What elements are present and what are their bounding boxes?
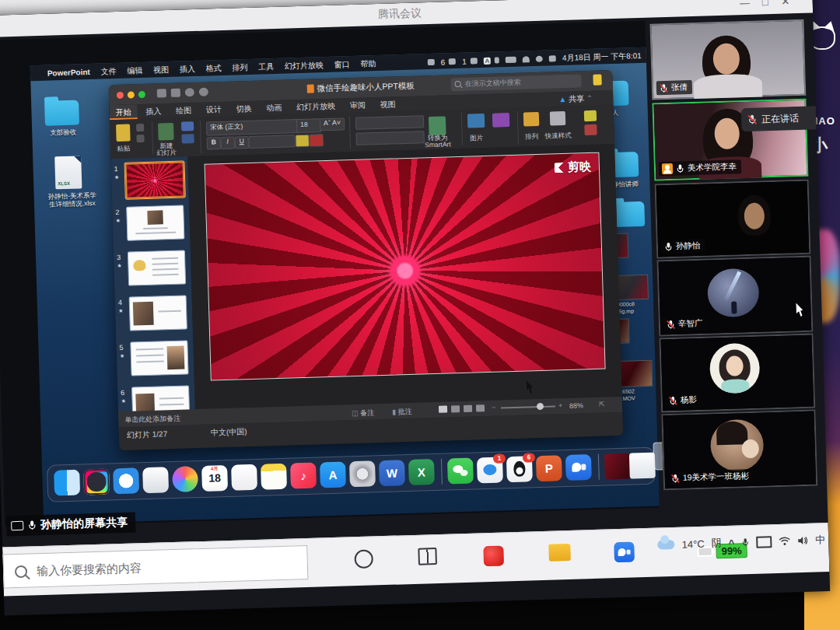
- wifi-icon[interactable]: [779, 537, 790, 546]
- zoom-in-button[interactable]: +: [558, 401, 563, 409]
- powerpoint-icon[interactable]: P: [536, 455, 562, 481]
- settings-icon[interactable]: [349, 460, 376, 487]
- photos-icon[interactable]: [172, 466, 198, 492]
- menu-window[interactable]: 窗口: [334, 59, 349, 71]
- normal-view-button[interactable]: [439, 406, 447, 413]
- tray-expand-icon[interactable]: ^: [728, 537, 734, 548]
- desktop-xlsx-file[interactable]: XLSX 孙静怡-美术系学 生详细情况.xlsx: [44, 156, 98, 157]
- participant-tile[interactable]: 辛智广: [656, 256, 813, 337]
- control-center-icon[interactable]: [549, 55, 556, 61]
- font-size-select[interactable]: 18: [296, 118, 322, 133]
- taskbar-search-box[interactable]: 输入你要搜索的内容: [2, 545, 308, 589]
- menu-file[interactable]: 文件: [100, 66, 116, 78]
- notes-button[interactable]: ◫ 备注: [352, 408, 374, 418]
- tencent-meeting-taskbar-icon[interactable]: [614, 542, 635, 563]
- maximize-button[interactable]: □: [758, 0, 772, 8]
- italic-button[interactable]: I: [221, 137, 235, 150]
- file-explorer-icon[interactable]: [548, 544, 571, 562]
- slide-thumbnail-3[interactable]: [128, 250, 186, 285]
- launchpad-icon[interactable]: [83, 469, 110, 495]
- font-name-select[interactable]: 宋体 (正文): [206, 119, 299, 136]
- menubar-app-name[interactable]: PowerPoint: [47, 68, 90, 78]
- music-icon[interactable]: ♪: [290, 463, 317, 489]
- tab-design[interactable]: 设计: [200, 102, 228, 116]
- arrange-icon[interactable]: [523, 112, 540, 127]
- notification-icon[interactable]: [428, 59, 435, 65]
- wechat-menubar-icon[interactable]: [471, 58, 478, 64]
- fit-slide-icon[interactable]: ⇱: [599, 401, 605, 408]
- menu-edit[interactable]: 编辑: [127, 65, 142, 77]
- files-stack-icon[interactable]: [629, 453, 656, 479]
- new-slide-icon[interactable]: [158, 123, 174, 141]
- slide-thumbnail-1[interactable]: [124, 161, 184, 198]
- word-icon[interactable]: W: [379, 460, 405, 486]
- weather-temp[interactable]: 14°C: [681, 537, 704, 550]
- reminders-icon[interactable]: [231, 464, 257, 491]
- weather-condition[interactable]: 阴: [711, 536, 722, 550]
- chat-icon[interactable]: [449, 58, 456, 65]
- wechat-icon[interactable]: [447, 458, 474, 485]
- menu-slideshow[interactable]: 幻灯片放映: [285, 60, 324, 72]
- speaker-icon[interactable]: [797, 536, 808, 545]
- weather-icon[interactable]: [658, 540, 675, 550]
- section-icon[interactable]: [181, 134, 194, 143]
- tab-insert[interactable]: 插入: [139, 103, 167, 117]
- excel-icon[interactable]: X: [408, 459, 435, 485]
- menu-insert[interactable]: 插入: [180, 64, 195, 75]
- ime-indicator[interactable]: 中: [815, 533, 826, 547]
- media-icon[interactable]: [492, 113, 510, 128]
- tab-animations[interactable]: 动画: [260, 100, 288, 114]
- task-view-icon[interactable]: [418, 548, 437, 565]
- slide-thumbnail-5[interactable]: [130, 340, 188, 376]
- red-app-icon[interactable]: [483, 546, 504, 567]
- notes-placeholder[interactable]: 单击此处添加备注: [124, 414, 180, 425]
- ppt-share-button[interactable]: ▲ 共享 ⌃: [558, 93, 593, 105]
- picture-icon[interactable]: [467, 114, 485, 128]
- spotlight-icon[interactable]: [536, 56, 543, 62]
- zoom-slider-knob[interactable]: [537, 403, 544, 410]
- participant-tile[interactable]: 杨影: [659, 334, 815, 413]
- comments-button[interactable]: ▮ 批注: [392, 407, 412, 418]
- shape-fill-icon[interactable]: [584, 110, 597, 121]
- safari-icon[interactable]: [113, 467, 139, 494]
- desktop-folder[interactable]: 支部验收: [40, 95, 84, 96]
- wifi-icon[interactable]: [523, 56, 530, 62]
- tab-transitions[interactable]: 切换: [229, 101, 257, 115]
- battery-icon[interactable]: [506, 57, 516, 63]
- appstore-icon[interactable]: A: [320, 461, 346, 488]
- qq-chat-icon[interactable]: 1: [477, 457, 503, 483]
- underline-button[interactable]: U: [235, 136, 249, 149]
- current-slide[interactable]: 剪映: [205, 152, 606, 381]
- slide-thumbnail-4[interactable]: [129, 295, 187, 331]
- quick-styles-icon[interactable]: [550, 111, 566, 126]
- slide-sorter-view-button[interactable]: [451, 405, 460, 412]
- sidebar-toggle-icon[interactable]: [593, 75, 601, 86]
- bluetooth-icon[interactable]: [495, 57, 499, 63]
- close-button[interactable]: ✕: [778, 0, 792, 8]
- bold-button[interactable]: B: [207, 137, 221, 150]
- tab-slideshow[interactable]: 幻灯片放映: [290, 98, 341, 113]
- tab-view[interactable]: 视图: [373, 96, 401, 110]
- weather-app-icon[interactable]: [142, 467, 169, 493]
- reading-view-button[interactable]: [464, 405, 472, 412]
- font-color-button[interactable]: [309, 134, 323, 147]
- menu-view[interactable]: 视图: [153, 65, 169, 76]
- calendar-icon[interactable]: 4月18: [201, 465, 228, 492]
- tray-mic-icon[interactable]: [741, 537, 749, 548]
- language-status[interactable]: 中文(中国): [211, 426, 247, 438]
- tab-review[interactable]: 审阅: [344, 97, 372, 111]
- menubar-datetime[interactable]: 4月18日 周一 下午8:01: [562, 51, 642, 64]
- input-method-icon[interactable]: A: [484, 57, 492, 64]
- minimized-video-window[interactable]: [604, 453, 631, 480]
- cortana-icon[interactable]: [354, 549, 373, 569]
- highlight-color-button[interactable]: [296, 135, 310, 148]
- notes-icon[interactable]: [261, 464, 287, 490]
- slide-thumbnail-2[interactable]: [126, 205, 184, 241]
- minimize-button[interactable]: —: [738, 0, 752, 9]
- smartart-icon[interactable]: [429, 116, 446, 135]
- zoom-out-button[interactable]: −: [492, 404, 496, 411]
- menu-format[interactable]: 格式: [205, 63, 221, 75]
- participant-tile[interactable]: 张倩: [649, 19, 806, 100]
- paste-icon[interactable]: [116, 124, 131, 142]
- participant-tile[interactable]: 19美术学一班杨彬: [661, 410, 817, 491]
